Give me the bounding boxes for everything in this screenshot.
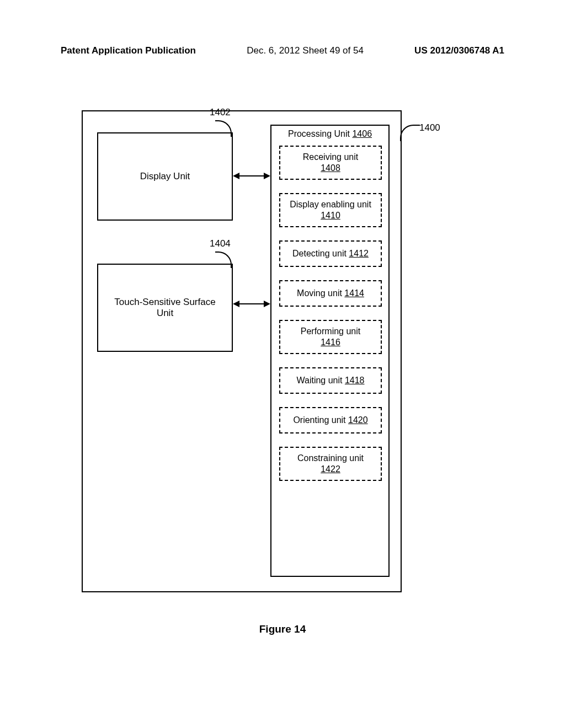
subunit-num: 1420 xyxy=(348,415,368,425)
subunit-label: Waiting unit xyxy=(296,376,344,385)
connector-touch-proc xyxy=(238,303,265,304)
subunit-num: 1416 xyxy=(321,338,340,347)
subunit-num: 1410 xyxy=(321,211,340,220)
display-unit-label: Display Unit xyxy=(140,171,190,182)
subunit-label: Display enabling unit xyxy=(290,200,371,209)
touch-unit-box: Touch-Sensitive Surface Unit xyxy=(97,264,233,352)
callout-1402: 1402 xyxy=(210,107,231,118)
subunit-num: 1412 xyxy=(349,249,369,258)
subunit-label: Performing unit xyxy=(301,326,361,336)
subunit-moving: Moving unit 1414 xyxy=(279,280,382,307)
touch-unit-label: Touch-Sensitive Surface Unit xyxy=(108,297,222,319)
display-unit-box: Display Unit xyxy=(97,132,233,221)
subunit-receiving: Receiving unit1408 xyxy=(279,146,382,180)
connector-display-proc xyxy=(238,175,265,176)
leader-1400 xyxy=(400,125,420,141)
subunit-label: Receiving unit xyxy=(303,152,359,162)
header-right: US 2012/0306748 A1 xyxy=(414,45,504,56)
page: Patent Application Publication Dec. 6, 2… xyxy=(0,0,565,728)
callout-1404: 1404 xyxy=(210,238,231,249)
callout-1400: 1400 xyxy=(419,122,440,133)
subunit-detecting: Detecting unit 1412 xyxy=(279,240,382,267)
subunit-label: Detecting unit xyxy=(292,249,349,258)
subunit-orienting: Orienting unit 1420 xyxy=(279,407,382,433)
subunit-label: Constraining unit xyxy=(297,453,364,463)
processing-unit-num: 1406 xyxy=(352,129,372,138)
page-header: Patent Application Publication Dec. 6, 2… xyxy=(0,45,565,56)
figure-caption: Figure 14 xyxy=(0,623,565,635)
subunit-num: 1422 xyxy=(321,464,340,474)
arrowhead-left-icon xyxy=(233,173,239,179)
processing-unit-label: Processing Unit xyxy=(288,129,353,138)
subunit-performing: Performing unit1416 xyxy=(279,320,382,354)
processing-unit-box: Processing Unit 1406 Receiving unit1408 … xyxy=(270,125,390,577)
subunit-constraining: Constraining unit1422 xyxy=(279,447,382,481)
header-left: Patent Application Publication xyxy=(61,45,196,56)
subunit-label: Moving unit xyxy=(297,288,344,298)
processing-unit-title: Processing Unit 1406 xyxy=(271,129,388,139)
subunit-waiting: Waiting unit 1418 xyxy=(279,367,382,394)
header-center: Dec. 6, 2012 Sheet 49 of 54 xyxy=(247,45,364,56)
subunit-num: 1408 xyxy=(321,163,340,173)
subunit-label: Orienting unit xyxy=(293,415,348,425)
arrowhead-right-icon xyxy=(264,173,270,179)
subunit-num: 1414 xyxy=(344,288,364,298)
subunit-num: 1418 xyxy=(345,376,365,385)
subunit-display-enabling: Display enabling unit 1410 xyxy=(279,193,382,227)
arrowhead-left-icon xyxy=(233,301,239,307)
arrowhead-right-icon xyxy=(264,301,270,307)
